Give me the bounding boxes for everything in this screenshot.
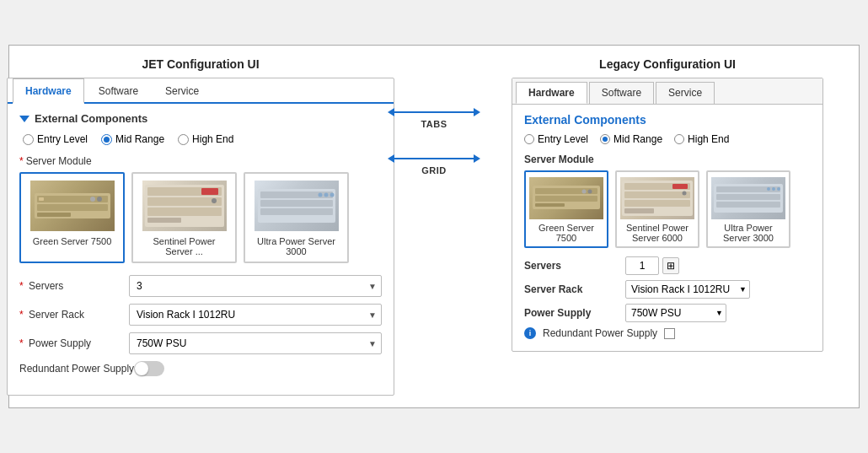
- svg-rect-12: [201, 188, 218, 195]
- svg-rect-2: [37, 204, 108, 211]
- svg-rect-36: [716, 194, 780, 200]
- legacy-panel: Legacy Configuration UI Hardware Softwar…: [485, 57, 850, 352]
- legacy-tab-software[interactable]: Software: [589, 82, 654, 104]
- jet-tab-software[interactable]: Software: [86, 78, 151, 104]
- tabs-arrow-group: TABS: [388, 108, 480, 129]
- legacy-radio-entry[interactable]: Entry Level: [524, 133, 588, 145]
- legacy-radio-mid[interactable]: Mid Range: [600, 133, 662, 145]
- legacy-radio-mid-label: Mid Range: [613, 133, 662, 145]
- svg-rect-29: [624, 191, 690, 198]
- legacy-radio-high-label: High End: [688, 133, 729, 145]
- jet-server-image-2: [142, 181, 227, 231]
- legacy-redundant-checkbox[interactable]: [664, 328, 675, 339]
- jet-section-title: External Components: [35, 112, 147, 125]
- server1-svg: [30, 181, 115, 231]
- legacy-tab-hardware[interactable]: Hardware: [516, 82, 587, 104]
- legacy-servers-row: Servers ⊞: [524, 256, 811, 275]
- server2-svg: [142, 181, 227, 231]
- stepper-icon[interactable]: ⊞: [662, 257, 679, 274]
- legacy-psu-select[interactable]: 750W PSU: [625, 304, 726, 322]
- legacy-servers-input[interactable]: [625, 256, 659, 275]
- jet-psu-select[interactable]: 750W PSU: [129, 332, 382, 354]
- svg-rect-32: [672, 184, 688, 189]
- jet-rack-select-wrapper: Vision Rack I 1012RU ▼: [129, 304, 382, 326]
- svg-point-13: [212, 198, 217, 203]
- req-star3: *: [19, 337, 26, 349]
- svg-rect-30: [624, 200, 690, 207]
- jet-radio-high-btn[interactable]: [178, 134, 189, 145]
- legacy-redundant-row: i Redundant Power Supply: [524, 327, 811, 339]
- legacy-server-card-2[interactable]: Sentinel Power Server 6000: [615, 170, 699, 248]
- jet-radio-mid[interactable]: Mid Range: [101, 133, 164, 145]
- legacy-radio-high-btn[interactable]: [674, 134, 684, 144]
- svg-point-4: [97, 197, 102, 202]
- legacy-server-image-2: [620, 177, 694, 219]
- grid-arrow-label: GRID: [421, 165, 447, 175]
- svg-point-18: [318, 193, 322, 197]
- jet-radio-high[interactable]: High End: [178, 133, 233, 145]
- server3-svg: [255, 181, 339, 231]
- jet-server-image-1: [30, 181, 115, 231]
- jet-title: JET Configuration UI: [142, 57, 259, 71]
- jet-tab-service[interactable]: Service: [153, 78, 212, 104]
- jet-tab-hardware[interactable]: Hardware: [13, 78, 84, 104]
- legacy-server-module-label: Server Module: [524, 154, 811, 165]
- legacy-rack-label: Server Rack: [524, 283, 625, 295]
- legacy-server3-svg: [711, 177, 785, 219]
- jet-servers-row: * Servers 3 1 2 ▼: [19, 275, 382, 297]
- jet-psu-row: * Power Supply 750W PSU ▼: [19, 332, 382, 354]
- jet-panel: JET Configuration UI Hardware Software S…: [18, 57, 383, 396]
- legacy-psu-select-wrapper: 750W PSU ▼: [625, 304, 726, 322]
- legacy-server-image-3: [711, 177, 785, 219]
- legacy-rack-select[interactable]: Vision Rack I 1012RU: [625, 280, 750, 299]
- tabs-arrow-left: [388, 108, 394, 116]
- jet-rack-select[interactable]: Vision Rack I 1012RU: [129, 304, 382, 326]
- legacy-server-card-3[interactable]: Ultra Power Server 3000: [706, 170, 790, 248]
- tabs-arrow-shaft: [394, 111, 474, 113]
- jet-redundant-toggle[interactable]: [134, 361, 164, 376]
- jet-servers-select[interactable]: 3 1 2: [129, 275, 382, 297]
- jet-server-card-3[interactable]: Ultra Power Server 3000: [244, 172, 349, 263]
- legacy-server-card-1[interactable]: Green Server 7500: [524, 170, 608, 248]
- tabs-arrow-label: TABS: [421, 119, 447, 129]
- jet-rack-label: * Server Rack: [19, 309, 129, 321]
- jet-server-grid: Green Server 7500: [19, 172, 382, 263]
- svg-point-38: [767, 187, 770, 191]
- grid-arrow-shaft: [394, 158, 474, 159]
- tabs-arrow-right: [474, 108, 480, 116]
- main-wrapper: JET Configuration UI Hardware Software S…: [8, 45, 860, 408]
- jet-redundant-toggle-wrapper: [134, 361, 164, 376]
- legacy-psu-row: Power Supply 750W PSU ▼: [524, 304, 811, 322]
- jet-radio-entry[interactable]: Entry Level: [23, 133, 88, 145]
- legacy-title: Legacy Configuration UI: [599, 57, 736, 71]
- jet-server-image-3: [255, 181, 339, 231]
- legacy-section-title: External Components: [524, 113, 811, 127]
- tabs-double-arrow: [388, 108, 480, 116]
- svg-point-26: [582, 190, 587, 194]
- jet-rack-row: * Server Rack Vision Rack I 1012RU ▼: [19, 304, 382, 326]
- svg-rect-23: [535, 196, 597, 202]
- jet-tabs-bar: Hardware Software Service: [8, 78, 394, 104]
- jet-server-card-2[interactable]: Sentinel Power Server ...: [131, 172, 237, 263]
- legacy-radio-mid-btn[interactable]: [600, 134, 610, 144]
- jet-radio-entry-label: Entry Level: [37, 133, 88, 145]
- legacy-radio-entry-btn[interactable]: [524, 134, 534, 144]
- jet-servers-select-wrapper: 3 1 2 ▼: [129, 275, 382, 297]
- jet-server-module-label: *Server Module: [19, 155, 382, 167]
- jet-redundant-row: Redundant Power Supply: [19, 361, 382, 376]
- legacy-server1-name: Green Server 7500: [529, 223, 603, 243]
- legacy-radio-entry-label: Entry Level: [538, 133, 588, 145]
- jet-radio-entry-btn[interactable]: [23, 134, 34, 145]
- jet-server1-name: Green Server 7500: [33, 236, 112, 246]
- comparison-container: JET Configuration UI Hardware Software S…: [8, 45, 860, 408]
- jet-server-card-1[interactable]: Green Server 7500: [19, 172, 125, 263]
- collapse-icon[interactable]: [19, 116, 29, 122]
- legacy-radio-high[interactable]: High End: [674, 133, 729, 145]
- jet-redundant-label: Redundant Power Supply: [19, 363, 134, 375]
- svg-point-5: [90, 197, 95, 202]
- jet-radio-mid-btn[interactable]: [101, 134, 112, 145]
- svg-rect-6: [39, 197, 44, 201]
- toggle-knob: [135, 362, 148, 375]
- legacy-redundant-label: Redundant Power Supply: [543, 327, 657, 339]
- legacy-tab-service[interactable]: Service: [656, 82, 715, 104]
